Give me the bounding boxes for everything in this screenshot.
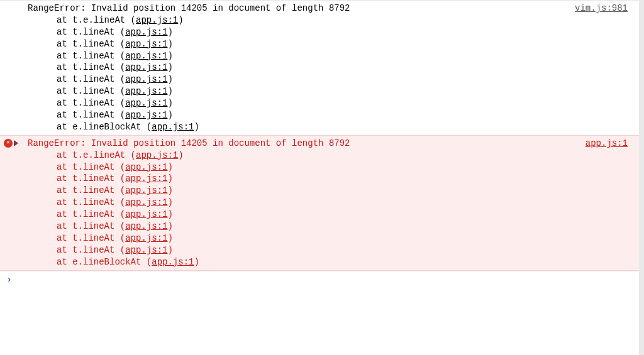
frame-text: at t.lineAt ( [57,74,125,84]
frame-text: at t.lineAt ( [57,162,125,172]
frame-suffix: ) [167,185,172,195]
stack-frame: at t.lineAt (app.js:1) [57,38,635,50]
file-link[interactable]: app.js:1 [125,185,167,195]
file-link[interactable]: app.js:1 [125,110,167,120]
frame-text: at t.lineAt ( [57,86,125,96]
frame-suffix: ) [167,27,172,37]
frame-text: at t.e.lineAt ( [57,150,136,160]
frame-text: at t.lineAt ( [57,221,125,231]
frame-text: at t.lineAt ( [57,245,125,255]
file-link[interactable]: app.js:1 [136,15,178,25]
file-link[interactable]: app.js:1 [125,197,167,207]
console-entry: vim.js:981 RangeError: Invalid position … [0,0,639,135]
stack-frame: at t.lineAt (app.js:1) [57,85,635,97]
stack-frame: at t.lineAt (app.js:1) [57,221,635,232]
frame-text: at t.lineAt ( [57,173,125,183]
frame-suffix: ) [167,173,172,183]
stack-trace: at t.e.lineAt (app.js:1) at t.lineAt (ap… [4,14,635,133]
frame-text: at t.lineAt ( [57,27,125,37]
file-link[interactable]: app.js:1 [125,62,167,72]
frame-suffix: ) [167,209,172,219]
frame-suffix: ) [167,162,172,172]
error-message: RangeError: Invalid position 14205 in do… [28,3,350,14]
file-link[interactable]: app.js:1 [136,150,178,160]
frame-text: at e.lineBlockAt ( [57,122,152,132]
source-link[interactable]: vim.js:981 [575,3,628,14]
file-link[interactable]: app.js:1 [125,221,167,231]
file-link[interactable]: app.js:1 [125,86,167,96]
frame-text: at t.lineAt ( [57,233,125,243]
frame-suffix: ) [167,51,172,61]
file-link[interactable]: app.js:1 [125,27,167,37]
frame-text: at t.lineAt ( [57,62,125,72]
stack-frame: at t.lineAt (app.js:1) [57,109,635,121]
stack-frame: at t.lineAt (app.js:1) [57,97,635,109]
frame-suffix: ) [167,62,172,72]
message-row: RangeError: Invalid position 14205 in do… [4,3,635,14]
frame-text: at t.lineAt ( [57,51,125,61]
frame-suffix: ) [167,221,172,231]
stack-frame: at t.lineAt (app.js:1) [57,161,635,173]
console-entry-error: app.js:1 RangeError: Invalid position 14… [0,135,639,271]
stack-frame: at t.lineAt (app.js:1) [57,173,635,185]
frame-text: at t.lineAt ( [57,110,125,120]
prompt-caret-icon: › [6,275,12,285]
frame-text: at t.lineAt ( [57,197,125,207]
frame-text: at t.lineAt ( [57,39,125,49]
devtools-console: vim.js:981 RangeError: Invalid position … [0,0,644,355]
error-icon [4,139,13,148]
file-link[interactable]: app.js:1 [125,173,167,183]
stack-frame: at t.lineAt (app.js:1) [57,209,635,221]
source-link[interactable]: app.js:1 [586,138,628,150]
frame-suffix: ) [178,15,183,25]
stack-trace: at t.e.lineAt (app.js:1) at t.lineAt (ap… [4,150,635,268]
stack-frame: at t.lineAt (app.js:1) [57,244,635,256]
frame-suffix: ) [178,150,183,160]
file-link[interactable]: app.js:1 [125,98,167,108]
frame-suffix: ) [194,122,199,132]
frame-text: at t.e.lineAt ( [57,15,136,25]
file-link[interactable]: app.js:1 [125,39,167,49]
stack-frame: at t.lineAt (app.js:1) [57,74,635,85]
stack-frame: at t.lineAt (app.js:1) [57,62,635,74]
stack-frame: at t.e.lineAt (app.js:1) [57,14,635,26]
file-link[interactable]: app.js:1 [125,209,167,219]
stack-frame: at t.lineAt (app.js:1) [57,197,635,209]
file-link[interactable]: app.js:1 [125,51,167,61]
entry-gutter [4,138,25,149]
stack-frame: at e.lineBlockAt (app.js:1) [57,256,635,268]
stack-frame: at t.lineAt (app.js:1) [57,185,635,197]
file-link[interactable]: app.js:1 [125,74,167,84]
frame-suffix: ) [167,39,172,49]
frame-suffix: ) [167,233,172,243]
frame-text: at t.lineAt ( [57,98,125,108]
stack-frame: at t.lineAt (app.js:1) [57,50,635,62]
console-prompt[interactable]: › [0,271,639,355]
frame-suffix: ) [167,110,172,120]
stack-frame: at e.lineBlockAt (app.js:1) [57,121,635,133]
stack-frame: at t.lineAt (app.js:1) [57,232,635,244]
frame-suffix: ) [167,197,172,207]
frame-suffix: ) [167,98,172,108]
message-row: RangeError: Invalid position 14205 in do… [4,138,635,150]
frame-text: at t.lineAt ( [57,185,125,195]
file-link[interactable]: app.js:1 [152,257,194,267]
stack-frame: at t.lineAt (app.js:1) [57,26,635,38]
frame-suffix: ) [167,86,172,96]
disclosure-triangle-icon[interactable] [14,140,18,146]
frame-suffix: ) [194,257,199,267]
stack-frame: at t.e.lineAt (app.js:1) [57,150,635,161]
frame-text: at e.lineBlockAt ( [57,257,152,267]
frame-text: at t.lineAt ( [57,209,125,219]
file-link[interactable]: app.js:1 [125,162,167,172]
frame-suffix: ) [167,245,172,255]
file-link[interactable]: app.js:1 [125,245,167,255]
error-message: RangeError: Invalid position 14205 in do… [28,138,350,150]
file-link[interactable]: app.js:1 [152,122,194,132]
file-link[interactable]: app.js:1 [125,233,167,243]
frame-suffix: ) [167,74,172,84]
